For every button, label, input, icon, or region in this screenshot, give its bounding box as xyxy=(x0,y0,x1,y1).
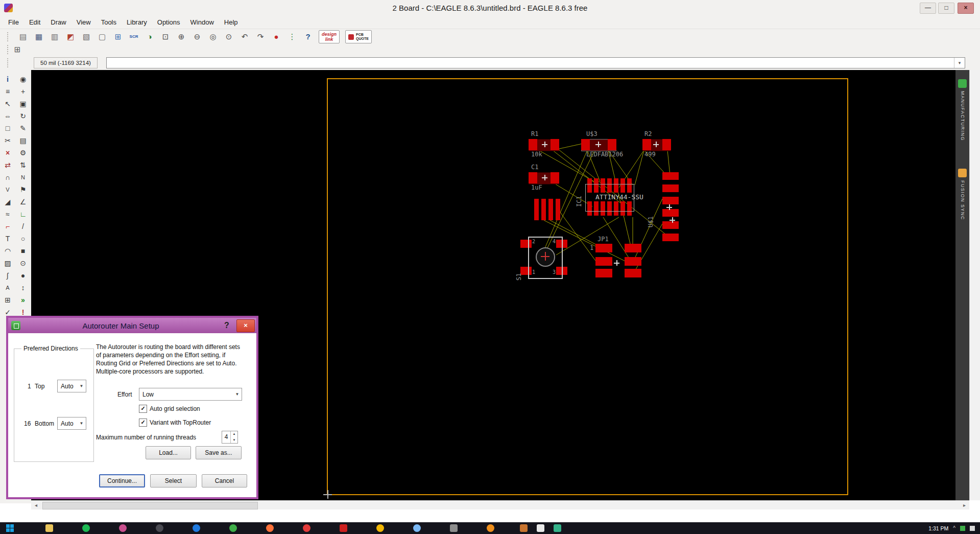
route-tool[interactable]: ∟ xyxy=(17,208,29,220)
cam-processor-icon[interactable]: ◩ xyxy=(65,32,76,42)
optimize-tool[interactable]: ≈ xyxy=(2,208,13,220)
save-icon[interactable]: ▦ xyxy=(34,32,44,42)
replace-tool[interactable]: ⇄ xyxy=(2,159,13,171)
signal-tool[interactable]: ∫ xyxy=(2,270,13,281)
cut-tool[interactable]: ✂ xyxy=(2,135,13,146)
continue-button[interactable]: Continue... xyxy=(99,474,145,487)
menu-window[interactable]: Window xyxy=(185,17,219,28)
display-layers-tool[interactable]: ≡ xyxy=(2,86,13,97)
smash-tool[interactable]: ⚑ xyxy=(17,184,29,195)
pinswap-tool[interactable]: ⇅ xyxy=(17,159,29,171)
taskbar-app-orange2[interactable] xyxy=(487,524,494,532)
arc-tool[interactable]: ◠ xyxy=(2,245,13,257)
manufacturing-tab[interactable]: MANUFACTURING xyxy=(955,79,969,141)
open-icon[interactable]: ▤ xyxy=(18,32,28,42)
horizontal-scrollbar[interactable]: ◂ ▸ xyxy=(31,500,969,510)
menu-file[interactable]: File xyxy=(3,17,24,28)
taskbar-app-white[interactable] xyxy=(537,524,544,532)
board-schematic-icon[interactable]: ▧ xyxy=(81,32,91,42)
command-line-input[interactable] xyxy=(107,58,954,68)
top-direction-select[interactable]: Auto ▼ xyxy=(57,380,86,392)
wire-tool[interactable]: / xyxy=(17,221,29,232)
via-tool[interactable]: ⊙ xyxy=(17,258,29,269)
mirror-tool[interactable]: ⇔ xyxy=(2,110,13,122)
scroll-left-icon[interactable]: ◂ xyxy=(32,501,40,509)
select-button[interactable]: Select xyxy=(150,474,197,487)
menu-options[interactable]: Options xyxy=(152,17,185,28)
taskbar-app-explorer[interactable] xyxy=(45,524,53,532)
grid-icon[interactable]: ⊞ xyxy=(113,32,123,42)
taskbar-app-redsquare[interactable] xyxy=(340,524,347,532)
start-button[interactable] xyxy=(6,524,14,532)
show-tool[interactable]: ◉ xyxy=(17,74,29,85)
menu-edit[interactable]: Edit xyxy=(24,17,45,28)
sheet-icon[interactable]: ▢ xyxy=(97,32,107,42)
taskbar-app-brown[interactable] xyxy=(520,524,528,532)
menu-tools[interactable]: Tools xyxy=(96,17,122,28)
auto-grid-checkbox[interactable]: ✓ xyxy=(139,405,147,413)
stop-icon[interactable]: ● xyxy=(271,32,281,42)
taskbar-app-dark[interactable] xyxy=(156,524,163,532)
threads-stepper[interactable]: 4 ▲ ▼ xyxy=(222,431,238,444)
menu-draw[interactable]: Draw xyxy=(45,17,71,28)
group-tool[interactable]: □ xyxy=(2,123,13,134)
zoom-redraw-icon[interactable]: ◎ xyxy=(208,32,218,42)
command-history-dropdown-icon[interactable]: ▾ xyxy=(954,58,965,68)
attribute-tool[interactable]: A xyxy=(2,282,13,293)
cancel-button[interactable]: Cancel xyxy=(202,474,247,487)
ratsnest-tool[interactable]: ⊞ xyxy=(2,294,13,306)
paste-tool[interactable]: ▤ xyxy=(17,135,29,146)
copy-tool[interactable]: ▣ xyxy=(17,98,29,109)
taskbar-app-green2[interactable] xyxy=(229,524,237,532)
taskbar-app-film[interactable] xyxy=(450,524,458,532)
minimize-button[interactable]: — xyxy=(920,3,936,14)
scrollbar-thumb[interactable] xyxy=(42,502,258,509)
load-button[interactable]: Load... xyxy=(146,446,191,459)
save-as-button[interactable]: Save as... xyxy=(196,446,242,459)
menu-library[interactable]: Library xyxy=(122,17,152,28)
run-ulp-icon[interactable]: ◑ xyxy=(145,32,155,42)
bottom-direction-select[interactable]: Auto ▼ xyxy=(57,417,86,430)
hole-tool[interactable]: ● xyxy=(17,270,29,281)
lock-tool[interactable]: ∩ xyxy=(2,172,13,183)
variant-toprouter-checkbox[interactable]: ✓ xyxy=(139,419,147,427)
close-button[interactable]: × xyxy=(958,3,974,14)
tray-status-icon[interactable] xyxy=(960,526,965,531)
miter-tool[interactable]: ◢ xyxy=(2,196,13,207)
text-tool[interactable]: T xyxy=(2,233,13,244)
dialog-help-button[interactable]: ? xyxy=(221,321,232,330)
zoom-out-icon[interactable]: ⊖ xyxy=(192,32,202,42)
split-tool[interactable]: ∠ xyxy=(17,196,29,207)
rotate-tool[interactable]: ↻ xyxy=(17,110,29,122)
maximize-button[interactable]: □ xyxy=(938,3,954,14)
move-tool[interactable]: ↖ xyxy=(2,98,13,109)
delete-tool[interactable]: × xyxy=(2,147,13,158)
vertical-scrollbar[interactable] xyxy=(969,70,980,500)
effort-select[interactable]: Low ▼ xyxy=(139,388,242,401)
taskbar-app-yellow[interactable] xyxy=(376,524,384,532)
menu-view[interactable]: View xyxy=(71,17,96,28)
name-tool[interactable]: N xyxy=(17,172,29,183)
dialog-close-button[interactable]: × xyxy=(236,319,255,332)
stepper-down-icon[interactable]: ▼ xyxy=(231,437,237,444)
script-icon[interactable]: SCR xyxy=(129,32,139,42)
design-link-button[interactable]: designlink xyxy=(319,30,340,43)
dimension-tool[interactable]: ↕ xyxy=(17,282,29,293)
taskbar-app-orange[interactable] xyxy=(266,524,274,532)
print-icon[interactable]: ▥ xyxy=(50,32,60,42)
ripup-tool[interactable]: ⌐ xyxy=(2,221,13,232)
taskbar-app-lightblue[interactable] xyxy=(413,524,421,532)
change-tool[interactable]: ✎ xyxy=(17,123,29,134)
info-tool[interactable]: i xyxy=(2,74,13,85)
taskbar-app-green[interactable] xyxy=(82,524,90,532)
taskbar-app-photos[interactable] xyxy=(119,524,127,532)
taskbar-app-teal[interactable] xyxy=(554,524,561,532)
fusion-sync-tab[interactable]: FUSION SYNC xyxy=(955,169,969,220)
circle-tool[interactable]: ○ xyxy=(17,233,29,244)
tray-battery-icon[interactable] xyxy=(970,526,975,531)
zoom-select-icon[interactable]: ⊙ xyxy=(224,32,234,42)
taskbar-clock[interactable]: 1:31 PM xyxy=(928,525,948,531)
taskbar-app-blue[interactable] xyxy=(193,524,200,532)
menu-help[interactable]: Help xyxy=(219,17,243,28)
grid-settings-icon[interactable]: ⊞ xyxy=(12,44,22,55)
